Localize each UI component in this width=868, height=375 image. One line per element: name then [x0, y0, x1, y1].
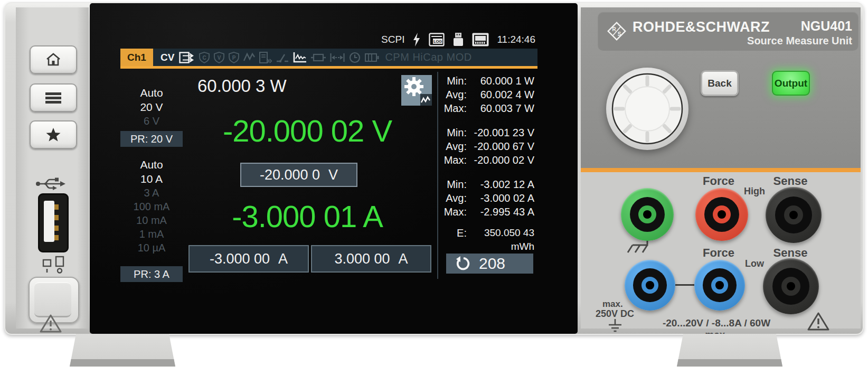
usb-contact [54, 226, 59, 231]
usb-icon [35, 176, 68, 191]
back-button[interactable]: Back [701, 70, 739, 96]
power-button-face [34, 282, 71, 317]
svg-text:C: C [203, 54, 206, 60]
settings-button[interactable] [401, 75, 432, 106]
stat-label: Avg: [438, 139, 467, 153]
max-voltage-label: 250V DC [596, 308, 634, 320]
power-stats: Min:60.000 1 W Avg:60.002 4 W Max:60.003… [438, 74, 537, 115]
foot-left [70, 334, 175, 367]
model-number: NGU401 [801, 18, 852, 34]
repeat-counter-icon [456, 256, 470, 271]
panel-accent-stripe [581, 168, 861, 172]
voltage-range-list[interactable]: Auto 20 V 6 V [120, 69, 183, 128]
log-icon: LOG [429, 33, 445, 46]
counter-box[interactable]: 208 [446, 254, 533, 274]
limit-v-shield-icon[interactable]: V [214, 52, 224, 63]
earth-ground-icon [607, 319, 623, 333]
voltage-protection-bar[interactable]: PR: 20 V [120, 131, 183, 147]
force-low-label: Force [692, 246, 745, 260]
max-label: max. [602, 299, 623, 310]
timer-icon[interactable] [349, 52, 361, 63]
stat-row: Max:-20.000 02 V [438, 153, 537, 167]
channel-content: Auto 20 V 6 V PR: 20 V Auto 10 A 3 A 100… [120, 69, 537, 282]
sense-high-label: Sense [764, 174, 817, 188]
svg-text:LOG: LOG [433, 39, 442, 44]
range-column: Auto 20 V 6 V PR: 20 V Auto 10 A 3 A 100… [120, 69, 183, 282]
output-button[interactable]: Output [772, 71, 810, 96]
voltage-setpoint-value: -20.000 0 [260, 167, 320, 183]
output-button-label: Output [775, 78, 807, 89]
io-source-sink-icon[interactable] [179, 52, 195, 63]
current-protection-bar[interactable]: PR: 3 A [120, 266, 183, 282]
brand-name: ROHDE&SCHWARZ [633, 19, 770, 35]
channel-status-text: CPM HiCap MOD [385, 51, 471, 63]
tab-ch1[interactable]: Ch1 [120, 49, 153, 66]
lan-icon [472, 33, 489, 46]
warning-icon-left [39, 314, 62, 334]
jack-force-high-red [695, 188, 748, 241]
jack-sense-high-black [766, 187, 822, 243]
voltage-range-auto[interactable]: Auto [120, 86, 183, 100]
stat-label: Max: [438, 153, 467, 167]
trigger-icon[interactable] [276, 52, 289, 63]
current-range-option[interactable]: 3 A [120, 186, 183, 200]
stat-value: -20.000 67 V [467, 139, 537, 153]
current-limit-pos-value: 3.000 00 [334, 251, 390, 267]
voltage-setpoint-input[interactable]: -20.000 0 V [240, 163, 357, 187]
current-limit-neg-unit: A [278, 251, 288, 267]
statistics-column: Min:60.000 1 W Avg:60.002 4 W Max:60.003… [438, 69, 537, 282]
jack-sense-low-black [763, 258, 819, 314]
statistics-icon[interactable] [293, 52, 307, 63]
data-log-icon[interactable] [259, 52, 272, 63]
current-stats: Min:-3.002 12 A Avg:-3.000 02 A Max:-2.9… [438, 177, 537, 219]
home-icon [45, 53, 61, 67]
limit-p-shield-icon[interactable]: P [229, 52, 239, 63]
energy-label: E: [438, 226, 467, 254]
limit-c-shield-icon[interactable]: C [199, 52, 210, 63]
power-reading: 60.000 3 W [197, 76, 287, 96]
stat-value: -3.000 02 A [467, 191, 537, 205]
voltage-range-option[interactable]: 6 V [120, 114, 183, 128]
tab-bar: Ch1 CV C V P [120, 49, 537, 66]
voltage-range-active[interactable]: 20 V [120, 100, 183, 114]
favorites-button[interactable] [30, 120, 77, 149]
rs-logo-icon: R S [606, 21, 627, 42]
current-range-option[interactable]: 1 mA [120, 227, 183, 241]
svg-text:R: R [612, 26, 616, 32]
trend-icon[interactable] [243, 52, 255, 63]
current-range-option[interactable]: 100 mA [120, 200, 183, 213]
sweep-icon[interactable] [330, 52, 345, 63]
rotary-knob[interactable] [605, 67, 690, 151]
stat-value: 60.002 4 W [467, 88, 537, 101]
current-range-option[interactable]: 10 µA [120, 241, 183, 255]
battery-hicap-icon[interactable] [365, 52, 380, 63]
current-limit-pos-input[interactable]: 3.000 00 A [311, 245, 431, 273]
svg-text:S: S [618, 31, 621, 37]
stat-value: 60.003 7 W [467, 101, 537, 115]
current-range-active[interactable]: 10 A [120, 172, 183, 186]
menu-button[interactable] [30, 83, 77, 112]
current-limit-neg-input[interactable]: -3.000 00 A [188, 245, 309, 273]
stat-row: Avg:60.002 4 W [438, 88, 537, 101]
stat-row: Min:60.000 1 W [438, 74, 537, 88]
current-range-option[interactable]: 10 mA [120, 213, 183, 227]
tab-icon-strip: C V P [179, 52, 380, 63]
remote-lightning-icon [412, 33, 421, 46]
model-subtitle: Source Measure Unit [747, 35, 852, 47]
high-label: High [739, 186, 770, 197]
energy-value: 350.050 43 mWh [467, 226, 537, 254]
current-range-auto[interactable]: Auto [120, 157, 183, 172]
stat-row: Max:60.003 7 W [438, 101, 537, 115]
stat-label: Min: [438, 177, 467, 191]
clock-time: 11:24:46 [497, 34, 535, 45]
current-range-list[interactable]: Auto 10 A 3 A 100 mA 10 mA 1 mA 10 µA [120, 147, 183, 255]
home-button[interactable] [30, 45, 77, 74]
stat-value: -20.001 23 V [467, 126, 537, 139]
stat-label: Min: [438, 74, 467, 88]
svg-text:P: P [232, 54, 236, 60]
mode-cv-label[interactable]: CV [161, 52, 174, 63]
voltage-setpoint-unit: V [328, 167, 338, 183]
back-button-label: Back [707, 78, 731, 89]
channel-label: Ch1 [127, 52, 146, 63]
resistance-icon[interactable] [311, 52, 326, 63]
